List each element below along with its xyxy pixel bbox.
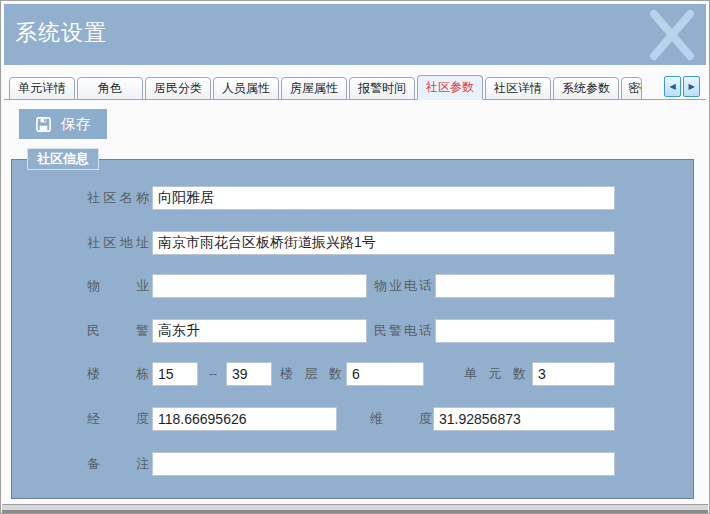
tab-label: 角色 [98,81,122,95]
tab-system-params[interactable]: 系统参数 [553,77,619,100]
form-row: 社区地址 [12,231,693,255]
tab-person-attributes[interactable]: 人员属性 [213,77,279,100]
tab-scroll-right-button[interactable]: ▶ [683,76,700,97]
latitude-label: 维度 [370,407,432,431]
community-name-input[interactable] [152,186,615,210]
police-label: 民警 [87,319,149,343]
tab-label: 居民分类 [154,81,202,95]
building-range-separator: -- [202,362,224,386]
tab-community-detail[interactable]: 社区详情 [485,77,551,100]
community-address-input[interactable] [152,231,615,255]
tab-role[interactable]: 角色 [77,77,143,100]
form-row: 楼栋 -- 楼层数 单元数 [12,362,693,386]
police-phone-label: 民警电话 [374,319,432,343]
chevron-right-icon: ▶ [688,82,694,91]
tab-label: 单元详情 [18,81,66,95]
form-row: 民警 民警电话 [12,319,693,343]
tab-label: 报警时间 [358,81,406,95]
toolbar: 保存 [4,101,706,148]
community-info-groupbox: 社区名称 社区地址 物业 物业电话 民警 民警电话 楼栋 -- 楼层数 单元数 [11,159,694,499]
floors-label: 楼层数 [280,362,342,386]
tab-unit-detail[interactable]: 单元详情 [9,77,75,100]
building-to-input[interactable] [226,362,272,386]
form-row: 备注 [12,452,693,476]
tab-label: 房屋属性 [290,81,338,95]
property-label: 物业 [87,274,149,298]
tab-strip: 单元详情 角色 居民分类 人员属性 房屋属性 报警时间 社区参数 社区详情 系统… [4,73,706,100]
tab-scroll-buttons: ◀ ▶ [664,76,700,97]
latitude-input[interactable] [433,407,615,431]
tab-label: 密码 [628,81,642,95]
settings-dialog: 系统设置 单元详情 角色 居民分类 人员属性 房屋属性 报警时间 社区参数 社区… [0,0,710,514]
units-label: 单元数 [464,362,526,386]
title-bar[interactable]: 系统设置 [4,4,706,65]
building-from-input[interactable] [152,362,198,386]
tab-label: 系统参数 [562,81,610,95]
save-button-label: 保存 [61,115,91,134]
groupbox-legend: 社区信息 [27,148,99,170]
remark-input[interactable] [152,452,615,476]
property-phone-label: 物业电话 [374,274,432,298]
form-row: 物业 物业电话 [12,274,693,298]
close-icon [646,9,698,61]
tab-alarm-time[interactable]: 报警时间 [349,77,415,100]
community-address-label: 社区地址 [87,231,149,255]
property-input[interactable] [152,274,367,298]
tab-community-params[interactable]: 社区参数 [417,75,483,100]
community-name-label: 社区名称 [87,186,149,210]
dialog-title: 系统设置 [15,18,107,48]
police-input[interactable] [152,319,367,343]
save-icon [35,116,52,133]
save-button[interactable]: 保存 [19,109,107,139]
police-phone-input[interactable] [435,319,615,343]
remark-label: 备注 [87,452,149,476]
tab-label: 社区详情 [494,81,542,95]
chevron-left-icon: ◀ [669,82,675,91]
tab-resident-category[interactable]: 居民分类 [145,77,211,100]
building-label: 楼栋 [87,362,149,386]
close-button[interactable] [643,6,701,63]
form-row: 社区名称 [12,186,693,210]
tab-house-attributes[interactable]: 房屋属性 [281,77,347,100]
tab-label: 社区参数 [426,80,474,94]
form-row: 经度 维度 [12,407,693,431]
longitude-input[interactable] [152,407,337,431]
tab-label: 人员属性 [222,81,270,95]
window-bottom-frame [2,504,708,513]
floors-input[interactable] [346,362,424,386]
tab-password-clipped[interactable]: 密码 [621,77,642,100]
longitude-label: 经度 [87,407,149,431]
property-phone-input[interactable] [435,274,615,298]
units-input[interactable] [532,362,615,386]
tab-scroll-left-button[interactable]: ◀ [664,76,681,97]
